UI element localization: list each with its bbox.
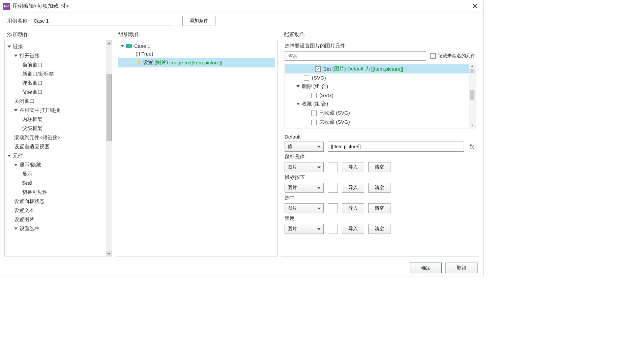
selected-clear-button[interactable]: 清空	[368, 203, 390, 213]
caret-down-icon	[14, 228, 18, 230]
default-source-dropdown[interactable]: 值	[285, 142, 324, 152]
scroll-down-icon[interactable]: ▼	[469, 123, 475, 128]
hide-unnamed-checkbox[interactable]	[430, 53, 436, 59]
element-row-svg-2[interactable]: (SVG)	[285, 91, 469, 99]
element-row-unfav-svg[interactable]: 未收藏 (SVG)	[285, 118, 469, 127]
scroll-thumb-2[interactable]	[470, 90, 474, 100]
tree-set-text[interactable]: 设置文本	[6, 206, 105, 215]
cancel-button[interactable]: 取消	[445, 263, 478, 273]
tree-parent-frame[interactable]: 父级框架	[6, 124, 105, 133]
tree-parent-window[interactable]: 父级窗口	[6, 88, 105, 97]
default-label: Default	[285, 134, 475, 140]
selected-import-button[interactable]: 导入	[342, 203, 364, 213]
case-icon	[126, 44, 132, 49]
case-editor-dialog: RP 用例编辑<每项加载 时> ✕ 用例名称 添加条件 添加动作 组织动作 配置…	[0, 0, 484, 276]
org-case-row[interactable]: Case 1	[118, 42, 275, 50]
tree-close-window[interactable]: 关闭窗口	[6, 97, 105, 106]
hide-unnamed-label: 隐藏未命名的元件	[438, 53, 475, 59]
tree-set-panel-state[interactable]: 设置面板状态	[6, 197, 105, 206]
mousedown-clear-button[interactable]: 清空	[368, 183, 390, 193]
scroll-thumb[interactable]	[107, 74, 112, 141]
element-row-set-image[interactable]: ✓ Set (图片) Default 为 [[Item.picture]]	[285, 64, 469, 73]
selected-dropdown[interactable]: 图片	[285, 203, 324, 213]
checkbox-checked[interactable]: ✓	[315, 66, 321, 72]
tree-links[interactable]: 链接	[6, 42, 105, 51]
tree-inline-frame[interactable]: 内联框架	[6, 115, 105, 124]
fx-button[interactable]: fx	[468, 143, 475, 150]
tree-open-link[interactable]: 打开链接	[6, 51, 105, 60]
scroll-down-icon[interactable]: ▼	[106, 251, 112, 256]
org-action-row[interactable]: ⚡ 设置 (图片) image to [[Item.picture]]	[118, 58, 275, 67]
caret-down-icon	[296, 103, 300, 105]
case-name-label: 用例名称	[7, 18, 27, 24]
state-label-hover: 鼠标悬停	[285, 154, 475, 160]
tree-show[interactable]: 显示	[6, 170, 105, 179]
element-row-fav-svg[interactable]: 已收藏 (SVG)	[285, 109, 469, 118]
element-row-delete-group[interactable]: 删除 (组 合)	[285, 82, 469, 91]
add-condition-button[interactable]: 添加条件	[182, 16, 215, 26]
header-add-action: 添加动作	[7, 31, 118, 38]
org-case-name: Case 1	[134, 43, 150, 49]
disabled-dropdown[interactable]: 图片	[285, 224, 324, 234]
header-configure-action: 配置动作	[284, 31, 476, 38]
org-action-prefix: 设置	[143, 59, 153, 66]
org-condition-row: (If True)	[118, 50, 275, 58]
scroll-thumb[interactable]	[470, 69, 474, 73]
caret-down-icon	[121, 45, 124, 47]
tree-set-selected[interactable]: 设置选中	[6, 224, 105, 233]
default-value-input[interactable]	[328, 142, 464, 152]
tree-hide[interactable]: 隐藏	[6, 179, 105, 188]
caret-down-icon	[7, 155, 11, 157]
el-row1-target: (图片)	[332, 66, 346, 72]
case-name-input[interactable]	[31, 16, 172, 26]
scroll-up-icon[interactable]: ▲	[106, 40, 112, 46]
checkbox[interactable]	[311, 93, 317, 98]
scroll-up-icon[interactable]: ▲	[469, 63, 475, 68]
tree-new-window[interactable]: 新窗口/新标签	[6, 69, 105, 79]
hover-clear-button[interactable]: 清空	[368, 162, 390, 172]
checkbox[interactable]	[304, 75, 309, 81]
element-row-svg-1[interactable]: (SVG)	[285, 73, 469, 82]
hover-import-button[interactable]: 导入	[342, 162, 364, 172]
dialog-title: 用例编辑<每项加载 时>	[12, 3, 69, 10]
disabled-preview-box[interactable]	[328, 224, 338, 234]
tree-toggle-visibility[interactable]: 切换可见性	[6, 188, 105, 197]
section-headers: 添加动作 组织动作 配置动作	[0, 29, 483, 38]
checkbox[interactable]	[311, 120, 317, 125]
el-row1-prefix: Set	[323, 66, 331, 72]
configure-header: 选择要设置图片的图片元件	[285, 42, 475, 51]
tree-set-image[interactable]: 设置图片	[6, 215, 105, 224]
tree-scroll-to[interactable]: 滚动到元件<锚链接>	[6, 133, 105, 142]
caret-down-icon	[14, 55, 18, 57]
mousedown-import-button[interactable]: 导入	[342, 183, 364, 193]
hover-dropdown[interactable]: 图片	[285, 162, 324, 172]
mousedown-dropdown[interactable]: 图片	[285, 183, 324, 193]
selected-preview-box[interactable]	[328, 203, 338, 213]
checkbox[interactable]	[311, 111, 317, 116]
element-list: ✓ Set (图片) Default 为 [[Item.picture]] (S…	[285, 63, 475, 128]
ok-button[interactable]: 确定	[410, 263, 442, 273]
hover-preview-box[interactable]	[328, 162, 338, 172]
element-list-scrollbar[interactable]: ▲ ▼	[469, 63, 475, 128]
mousedown-preview-box[interactable]	[328, 183, 338, 193]
close-button[interactable]: ✕	[469, 2, 480, 11]
el-row1-value: [[Item.picture]]	[371, 66, 403, 72]
tree-open-in-frame[interactable]: 在框架中打开链接	[6, 106, 105, 115]
hide-unnamed-toggle[interactable]: 隐藏未命名的元件	[430, 53, 475, 59]
tree-show-hide[interactable]: 显示/隐藏	[6, 160, 105, 170]
tree-widgets[interactable]: 元件	[6, 151, 105, 160]
tree-current-window[interactable]: 当前窗口	[6, 60, 105, 69]
search-input[interactable]	[285, 51, 426, 61]
el-row1-mid: Default 为	[347, 66, 370, 72]
disabled-import-button[interactable]: 导入	[342, 224, 364, 234]
tree-set-adaptive[interactable]: 设置自适应视图	[6, 142, 105, 151]
add-panel-scrollbar[interactable]: ▲ ▼	[106, 40, 112, 256]
org-condition-text: (If True)	[136, 51, 153, 57]
lightning-icon: ⚡	[136, 60, 141, 65]
tree-popup-window[interactable]: 弹出窗口	[6, 79, 105, 88]
element-row-fav-group[interactable]: 收藏 (组 合)	[285, 99, 469, 109]
disabled-clear-button[interactable]: 清空	[368, 224, 390, 234]
action-tree[interactable]: 链接 打开链接 当前窗口 新窗口/新标签 弹出窗口 父级窗口 关闭窗口 在框架中…	[5, 40, 106, 256]
dialog-footer: 确定 取消	[0, 260, 483, 276]
org-action-suffix: image to [[Item.picture]]	[169, 60, 222, 65]
